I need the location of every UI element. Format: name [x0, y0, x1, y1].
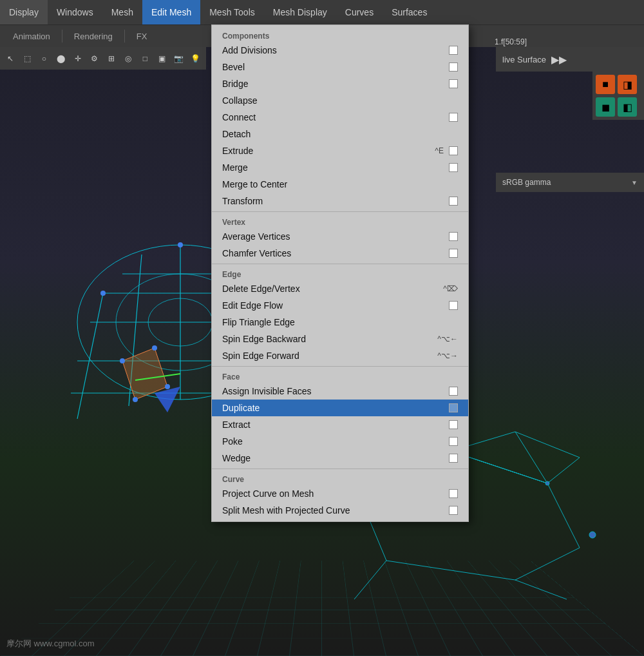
menu-item-project-curve[interactable]: Project Curve on Mesh	[212, 485, 468, 502]
svg-line-28	[354, 561, 386, 599]
menu-display[interactable]: Display	[0, 0, 48, 24]
chamfer-vertices-checkbox[interactable]	[449, 249, 458, 258]
menu-mesh[interactable]: Mesh	[102, 0, 142, 24]
menu-item-bridge[interactable]: Bridge	[212, 75, 468, 92]
box-icon[interactable]: □	[138, 50, 152, 67]
menu-surfaces[interactable]: Surfaces	[383, 0, 436, 24]
menu-item-extrude[interactable]: Extrude ^E	[212, 142, 468, 159]
menu-item-split-mesh[interactable]: Split Mesh with Projected Curve	[212, 502, 468, 519]
menu-item-assign-invisible-faces[interactable]: Assign Invisible Faces	[212, 383, 468, 400]
extract-checkbox[interactable]	[449, 420, 458, 429]
poke-checkbox[interactable]	[449, 437, 458, 446]
wedge-label: Wedge	[222, 453, 444, 463]
svg-point-17	[152, 345, 157, 351]
menu-edit-mesh[interactable]: Edit Mesh	[142, 0, 200, 24]
bridge-checkbox[interactable]	[449, 79, 458, 88]
menu-item-edit-edge-flow[interactable]: Edit Edge Flow	[212, 297, 468, 314]
menu-item-add-divisions[interactable]: Add Divisions	[212, 42, 468, 59]
menu-item-merge[interactable]: Merge	[212, 159, 468, 176]
menu-item-duplicate[interactable]: Duplicate	[212, 400, 468, 416]
select-icon[interactable]: ⬚	[20, 50, 34, 67]
menu-item-collapse[interactable]: Collapse	[212, 92, 468, 109]
flip-triangle-edge-label: Flip Triangle Edge	[222, 317, 458, 327]
teal-tool-1[interactable]: ◼	[596, 97, 615, 117]
add-divisions-checkbox[interactable]	[449, 46, 458, 55]
svg-point-31	[545, 481, 549, 485]
sphere-icon[interactable]: ◎	[121, 50, 135, 67]
tab-animation[interactable]: Animation	[6, 29, 57, 44]
merge-to-center-label: Merge to Center	[222, 179, 458, 189]
cursor-icon[interactable]: ↖	[3, 50, 17, 67]
svg-point-33	[589, 532, 596, 538]
menu-item-spin-edge-forward[interactable]: Spin Edge Forward ^⌥→	[212, 347, 468, 364]
assign-invisible-faces-checkbox[interactable]	[449, 387, 458, 396]
average-vertices-checkbox[interactable]	[449, 232, 458, 241]
project-curve-checkbox[interactable]	[449, 489, 458, 498]
menu-curves[interactable]: Curves	[336, 0, 383, 24]
wedge-checkbox[interactable]	[449, 454, 458, 463]
orange-tool-1[interactable]: ■	[596, 75, 615, 94]
menu-item-flip-triangle-edge[interactable]: Flip Triangle Edge	[212, 314, 468, 331]
svg-line-6	[77, 293, 103, 419]
move-icon[interactable]: ✛	[71, 50, 85, 67]
spin-edge-backward-shortcut: ^⌥←	[437, 334, 458, 343]
menu-item-merge-to-center[interactable]: Merge to Center	[212, 176, 468, 193]
play-icon[interactable]: ▶▶	[551, 53, 567, 66]
right-icon-toolbar: ■ ◨ ◼ ◧	[592, 72, 644, 120]
edit-edge-flow-checkbox[interactable]	[449, 301, 458, 310]
menu-item-wedge[interactable]: Wedge	[212, 450, 468, 467]
paint-icon[interactable]: ⬤	[54, 50, 68, 67]
menu-mesh-tools[interactable]: Mesh Tools	[200, 0, 264, 24]
menu-item-delete-edge-vertex[interactable]: Delete Edge/Vertex ^⌦	[212, 280, 468, 297]
orange-tool-2[interactable]: ◨	[618, 75, 637, 94]
transform-label: Transform	[222, 196, 444, 206]
average-vertices-label: Average Vertices	[222, 231, 444, 242]
srgb-label: sRGB gamma	[502, 178, 631, 187]
extract-label: Extract	[222, 420, 444, 430]
assign-invisible-faces-label: Assign Invisible Faces	[222, 386, 444, 396]
spin-edge-forward-shortcut: ^⌥→	[437, 351, 458, 360]
menu-item-spin-edge-backward[interactable]: Spin Edge Backward ^⌥←	[212, 331, 468, 347]
menu-windows[interactable]: Windows	[48, 0, 102, 24]
menu-item-transform[interactable]: Transform	[212, 193, 468, 209]
extrude-label: Extrude	[222, 146, 428, 156]
tab-rendering[interactable]: Rendering	[68, 29, 119, 44]
menubar: Display Windows Mesh Edit Mesh Mesh Tool…	[0, 0, 644, 24]
extrude-checkbox[interactable]	[449, 146, 458, 155]
detach-label: Detach	[222, 129, 458, 139]
menu-mesh-display[interactable]: Mesh Display	[264, 0, 336, 24]
separator-face	[212, 366, 468, 367]
spin-edge-forward-label: Spin Edge Forward	[222, 351, 431, 361]
tab-fx[interactable]: FX	[130, 29, 154, 44]
add-divisions-label: Add Divisions	[222, 45, 444, 55]
teal-tool-2[interactable]: ◧	[618, 97, 637, 117]
menu-item-bevel[interactable]: Bevel	[212, 59, 468, 75]
light-icon[interactable]: 💡	[189, 50, 203, 67]
lasso-icon[interactable]: ○	[37, 50, 51, 67]
menu-item-extract[interactable]: Extract	[212, 416, 468, 433]
toolbar-separator-2	[124, 30, 125, 43]
menu-item-detach[interactable]: Detach	[212, 126, 468, 142]
srgb-dropdown-icon[interactable]: ▼	[631, 179, 638, 186]
camera-icon[interactable]: 📷	[172, 50, 186, 67]
menu-item-average-vertices[interactable]: Average Vertices	[212, 228, 468, 245]
transform-checkbox[interactable]	[449, 197, 458, 206]
menu-item-chamfer-vertices[interactable]: Chamfer Vertices	[212, 245, 468, 262]
svg-point-20	[178, 242, 183, 247]
grid-icon[interactable]: ⊞	[104, 50, 118, 67]
menu-item-connect[interactable]: Connect	[212, 109, 468, 126]
menu-item-poke[interactable]: Poke	[212, 433, 468, 450]
separator-curve	[212, 468, 468, 469]
bevel-checkbox[interactable]	[449, 63, 458, 72]
duplicate-checkbox[interactable]	[449, 403, 458, 412]
split-mesh-checkbox[interactable]	[449, 506, 458, 515]
cube-icon[interactable]: ▣	[155, 50, 169, 67]
merge-checkbox[interactable]	[449, 163, 458, 172]
options-icon[interactable]: ⚙	[88, 50, 102, 67]
svg-line-29	[515, 580, 567, 599]
live-surface-bar: live Surface ▶▶	[496, 47, 644, 72]
poke-label: Poke	[222, 436, 444, 447]
srgb-bar: sRGB gamma ▼	[496, 173, 644, 192]
toolbar-separator-1	[62, 30, 62, 43]
connect-checkbox[interactable]	[449, 113, 458, 122]
